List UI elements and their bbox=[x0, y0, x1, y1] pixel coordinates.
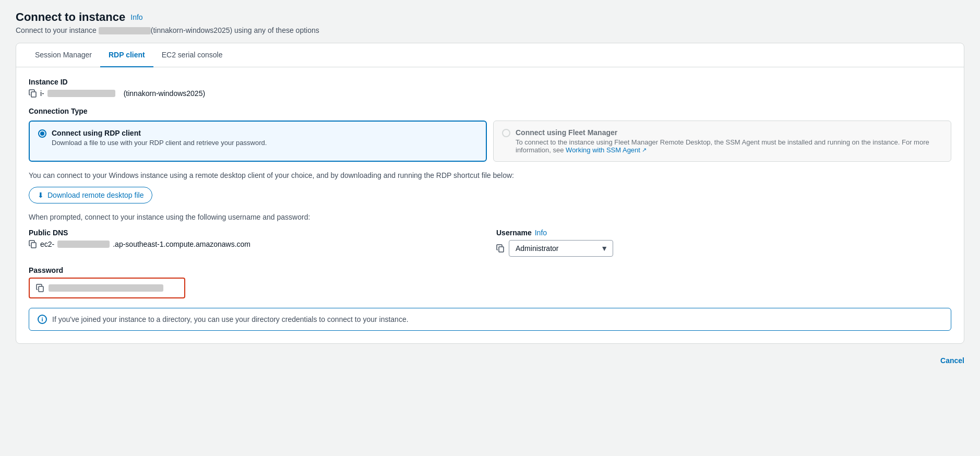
password-value-blurred bbox=[49, 284, 163, 292]
option-fleet-title: Connect using Fleet Manager bbox=[516, 128, 942, 137]
svg-rect-3 bbox=[39, 286, 43, 292]
cancel-button[interactable]: Cancel bbox=[940, 356, 964, 365]
rdp-info-text: You can connect to your Windows instance… bbox=[29, 171, 951, 179]
connection-type-label: Connection Type bbox=[29, 107, 951, 115]
username-label: Username bbox=[496, 229, 532, 237]
page-info-link[interactable]: Info bbox=[130, 13, 142, 21]
username-select[interactable]: Administrator Other bbox=[509, 240, 613, 257]
download-button-label: Download remote desktop file bbox=[47, 191, 144, 199]
dns-col: Public DNS ec2- .ap-southeast-1.compute.… bbox=[29, 229, 484, 248]
option-rdp-title: Connect using RDP client bbox=[52, 129, 267, 137]
page-header: Connect to instance Info Connect to your… bbox=[16, 10, 964, 34]
svg-rect-1 bbox=[31, 243, 36, 248]
instance-id-label: Instance ID bbox=[29, 78, 951, 86]
instance-id-blurred bbox=[99, 27, 151, 34]
dns-username-row: Public DNS ec2- .ap-southeast-1.compute.… bbox=[29, 229, 951, 257]
info-banner-text: If you've joined your instance to a dire… bbox=[52, 315, 409, 323]
option-fleet-desc: To connect to the instance using Fleet M… bbox=[516, 138, 942, 154]
page-title: Connect to instance bbox=[16, 10, 125, 24]
password-label: Password bbox=[29, 266, 951, 274]
page-subtitle: Connect to your instance (tinnakorn-wind… bbox=[16, 26, 964, 34]
footer: Cancel bbox=[16, 352, 964, 365]
connection-options: Connect using RDP client Download a file… bbox=[29, 121, 951, 162]
password-section: Password bbox=[29, 266, 951, 298]
dns-blurred bbox=[57, 241, 110, 248]
public-dns-label: Public DNS bbox=[29, 229, 484, 237]
username-label-row: Username Info bbox=[496, 229, 951, 237]
tab-ec2-serial-console[interactable]: EC2 serial console bbox=[153, 43, 231, 67]
radio-rdp-client[interactable] bbox=[38, 129, 46, 138]
info-banner: i If you've joined your instance to a di… bbox=[29, 308, 951, 331]
copy-password-icon[interactable] bbox=[36, 284, 44, 292]
instance-id-value-suffix: (tinnakorn-windows2025) bbox=[124, 89, 205, 98]
copy-username-icon[interactable] bbox=[496, 244, 505, 253]
main-card: Session Manager RDP client EC2 serial co… bbox=[16, 43, 964, 344]
info-banner-icon: i bbox=[38, 315, 47, 324]
download-rdp-button[interactable]: ⬇ Download remote desktop file bbox=[29, 187, 152, 203]
option-fleet-content: Connect using Fleet Manager To connect t… bbox=[516, 128, 942, 154]
svg-rect-2 bbox=[499, 247, 504, 252]
copy-icon[interactable] bbox=[29, 89, 37, 98]
prompted-text: When prompted, connect to your instance … bbox=[29, 213, 951, 221]
instance-id-value-prefix: i- bbox=[40, 89, 44, 98]
dns-prefix: ec2- bbox=[40, 240, 54, 248]
external-link-icon: ↗ bbox=[642, 147, 647, 153]
svg-rect-0 bbox=[31, 92, 36, 97]
public-dns-value: ec2- .ap-southeast-1.compute.amazonaws.c… bbox=[29, 240, 484, 248]
download-arrow-icon: ⬇ bbox=[38, 191, 44, 199]
option-fleet-manager: Connect using Fleet Manager To connect t… bbox=[493, 121, 951, 162]
ssm-agent-link[interactable]: Working with SSM Agent ↗ bbox=[566, 146, 647, 154]
dns-suffix: .ap-southeast-1.compute.amazonaws.com bbox=[113, 240, 250, 248]
username-select-wrapper: Administrator Other ▼ bbox=[509, 240, 613, 257]
tab-rdp-client[interactable]: RDP client bbox=[100, 43, 153, 67]
option-rdp-client[interactable]: Connect using RDP client Download a file… bbox=[29, 121, 487, 162]
instance-id-row: i- (tinnakorn-windows2025) bbox=[29, 89, 951, 98]
password-box bbox=[29, 278, 185, 298]
tab-session-manager[interactable]: Session Manager bbox=[27, 43, 100, 67]
radio-fleet-manager bbox=[502, 129, 510, 137]
username-col: Username Info Administrator Other ▼ bbox=[496, 229, 951, 257]
username-select-row: Administrator Other ▼ bbox=[496, 240, 951, 257]
username-info-link[interactable]: Info bbox=[535, 229, 547, 237]
card-body: Instance ID i- (tinnakorn-windows2025) C… bbox=[16, 67, 964, 343]
option-rdp-desc: Download a file to use with your RDP cli… bbox=[52, 139, 267, 147]
option-rdp-content: Connect using RDP client Download a file… bbox=[52, 129, 267, 147]
instance-id-value-blurred bbox=[47, 90, 115, 97]
copy-dns-icon[interactable] bbox=[29, 240, 37, 248]
tabs-bar: Session Manager RDP client EC2 serial co… bbox=[16, 43, 964, 67]
